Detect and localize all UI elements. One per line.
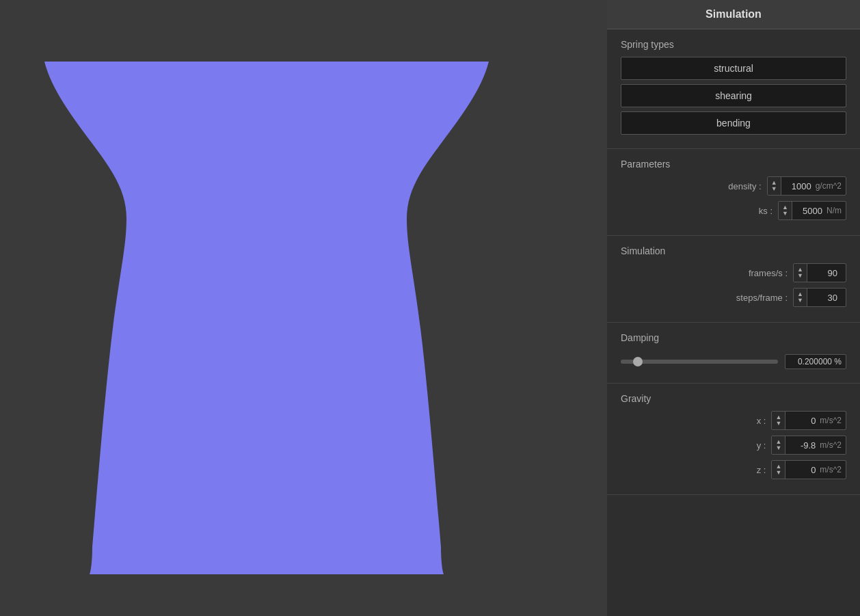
gravity-y-label: y : xyxy=(704,440,766,451)
parameters-section: Parameters density : ▲ ▼ 1000 g/cm^2 ks … xyxy=(607,149,860,236)
gravity-z-unit: m/s^2 xyxy=(820,465,846,474)
ks-spinner[interactable]: ▲ ▼ xyxy=(779,201,792,220)
ks-row: ks : ▲ ▼ 5000 N/m xyxy=(621,201,846,220)
simulation-section: Simulation frames/s : ▲ ▼ 90 steps/frame… xyxy=(607,236,860,323)
damping-slider-track[interactable] xyxy=(621,360,778,364)
frames-row: frames/s : ▲ ▼ 90 xyxy=(621,263,846,282)
gravity-z-value: 0 xyxy=(785,465,820,475)
spring-btn-structural[interactable]: structural xyxy=(621,57,846,80)
gravity-y-spinner[interactable]: ▲ ▼ xyxy=(772,436,785,455)
ks-label: ks : xyxy=(711,206,772,216)
gravity-x-value: 0 xyxy=(785,416,820,426)
gravity-x-wrap: ▲ ▼ 0 m/s^2 xyxy=(771,411,846,430)
frames-input-wrap: ▲ ▼ 90 xyxy=(793,263,846,282)
simulation-label: Simulation xyxy=(621,245,846,256)
density-value: 1000 xyxy=(781,181,816,191)
spring-btn-shearing[interactable]: shearing xyxy=(621,84,846,107)
ks-input-wrap: ▲ ▼ 5000 N/m xyxy=(778,201,846,220)
gravity-label: Gravity xyxy=(621,393,846,404)
gravity-y-row: y : ▲ ▼ -9.8 m/s^2 xyxy=(621,436,846,455)
gravity-z-wrap: ▲ ▼ 0 m/s^2 xyxy=(771,460,846,479)
gravity-x-spinner[interactable]: ▲ ▼ xyxy=(772,411,785,430)
steps-spinner[interactable]: ▲ ▼ xyxy=(794,288,807,307)
sidebar: Simulation Spring types structural shear… xyxy=(607,0,860,616)
steps-input-wrap: ▲ ▼ 30 xyxy=(793,288,846,307)
steps-row: steps/frame : ▲ ▼ 30 xyxy=(621,288,846,307)
spring-types-label: Spring types xyxy=(621,39,846,50)
frames-value: 90 xyxy=(807,268,842,278)
gravity-x-unit: m/s^2 xyxy=(820,416,846,425)
density-input-wrap: ▲ ▼ 1000 g/cm^2 xyxy=(767,176,846,196)
gravity-x-label: x : xyxy=(704,416,766,426)
damping-section: Damping 0.200000 % xyxy=(607,323,860,384)
density-spinner[interactable]: ▲ ▼ xyxy=(768,176,781,196)
ks-unit: N/m xyxy=(827,206,846,215)
canvas-area xyxy=(0,0,607,616)
damping-label: Damping xyxy=(621,332,846,343)
spring-btn-bending[interactable]: bending xyxy=(621,111,846,135)
gravity-z-spinner[interactable]: ▲ ▼ xyxy=(772,460,785,479)
damping-slider-thumb[interactable] xyxy=(633,357,643,366)
gravity-y-unit: m/s^2 xyxy=(820,440,846,450)
gravity-y-wrap: ▲ ▼ -9.8 m/s^2 xyxy=(771,436,846,455)
gravity-y-value: -9.8 xyxy=(785,440,820,451)
gravity-z-row: z : ▲ ▼ 0 m/s^2 xyxy=(621,460,846,479)
steps-label: steps/frame : xyxy=(726,293,788,303)
ks-value: 5000 xyxy=(792,206,827,216)
gravity-z-label: z : xyxy=(704,465,766,475)
frames-label: frames/s : xyxy=(726,268,788,278)
damping-row: 0.200000 % xyxy=(621,350,846,373)
parameters-label: Parameters xyxy=(621,159,846,170)
gravity-section: Gravity x : ▲ ▼ 0 m/s^2 y : ▲ ▼ -9.8 m/s… xyxy=(607,384,860,495)
gravity-x-row: x : ▲ ▼ 0 m/s^2 xyxy=(621,411,846,430)
cloth-simulation xyxy=(38,55,496,574)
frames-spinner[interactable]: ▲ ▼ xyxy=(794,263,807,282)
density-unit: g/cm^2 xyxy=(816,181,846,191)
damping-value: 0.200000 % xyxy=(785,354,846,369)
density-label: density : xyxy=(700,181,762,191)
spring-types-section: Spring types structural shearing bending xyxy=(607,29,860,149)
steps-value: 30 xyxy=(807,293,842,303)
sidebar-title: Simulation xyxy=(607,0,860,29)
density-row: density : ▲ ▼ 1000 g/cm^2 xyxy=(621,176,846,196)
